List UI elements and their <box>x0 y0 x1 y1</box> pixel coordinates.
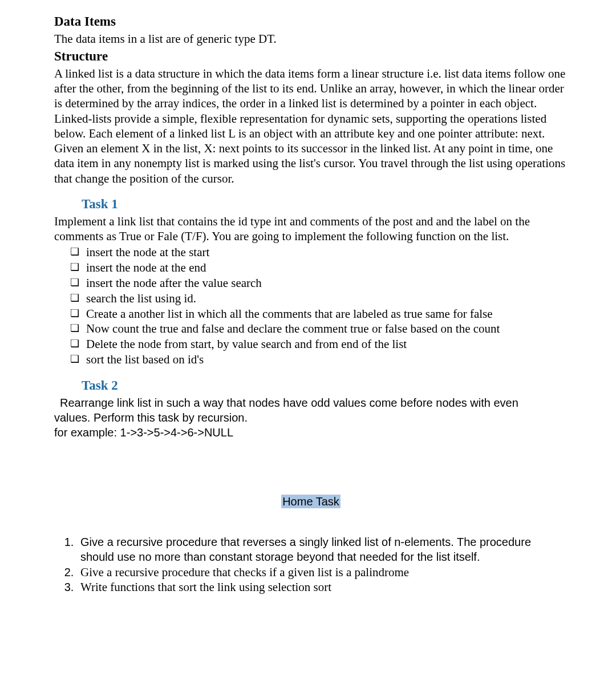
list-item: search the list using id. <box>70 291 568 306</box>
heading-task-1: Task 1 <box>82 196 568 213</box>
heading-task-2: Task 2 <box>82 378 568 394</box>
list-item: Now count the true and false and declare… <box>70 321 568 337</box>
home-item-3: Write functions that sort the link using… <box>80 580 331 594</box>
list-item: Write functions that sort the link using… <box>77 580 568 594</box>
home-item-2: Give a recursive procedure that checks i… <box>80 565 409 579</box>
list-item: insert the node at the end <box>70 260 568 276</box>
list-item: sort the list based on id's <box>70 352 568 367</box>
heading-data-items: Data Items <box>54 14 568 30</box>
para-structure: A linked list is a data structure in whi… <box>54 66 568 186</box>
para-task-1: Implement a link list that contains the … <box>54 214 568 244</box>
home-task-list: Give a recursive procedure that reverses… <box>54 535 568 594</box>
heading-structure: Structure <box>54 48 568 65</box>
home-task-heading-wrap: Home Task <box>54 494 568 509</box>
list-item: Create a another list in which all the c… <box>70 306 568 322</box>
list-item: insert the node at the start <box>70 245 568 260</box>
para-task-2-line3: for example: 1->3->5->4->6->NULL <box>54 425 568 440</box>
list-item: insert the node after the value search <box>70 276 568 291</box>
heading-home-task: Home Task <box>281 495 341 508</box>
para-data-items: The data items in a list are of generic … <box>54 31 568 46</box>
task-1-list: insert the node at the start insert the … <box>54 245 568 367</box>
list-item: Delete the node from start, by value sea… <box>70 337 568 352</box>
para-task-2-line1: Rearrange link list in such a way that n… <box>60 395 568 410</box>
home-item-1: Give a recursive procedure that reverses… <box>80 536 531 563</box>
para-task-2-line2: values. Perform this task by recursion. <box>54 410 568 425</box>
list-item: Give a recursive procedure that checks i… <box>77 565 568 580</box>
list-item: Give a recursive procedure that reverses… <box>77 535 568 565</box>
